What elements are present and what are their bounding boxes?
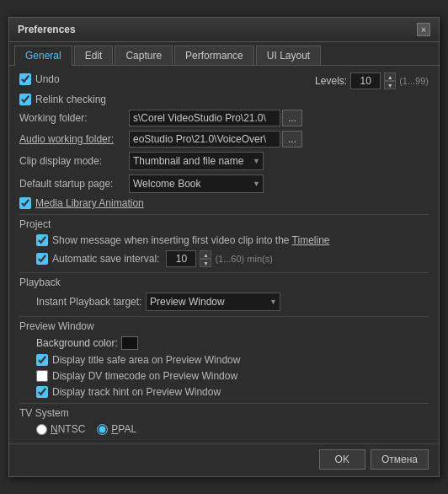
pal-radio-item: PPAL xyxy=(97,423,136,435)
levels-group: Levels: ▲ ▼ (1...99) xyxy=(315,72,429,89)
content-area: Undo Levels: ▲ ▼ (1...99) Relink checkin… xyxy=(9,66,439,443)
undo-row: Undo Levels: ▲ ▼ (1...99) xyxy=(19,72,429,89)
bg-color-label: Background color: xyxy=(36,337,118,349)
media-library-row: Media Library Animation xyxy=(19,197,429,209)
audio-folder-label-text: Audio working folder: xyxy=(19,133,114,145)
show-msg-checkbox[interactable] xyxy=(36,234,48,246)
preferences-dialog: Preferences × General Edit Capture Perfo… xyxy=(8,17,440,477)
audio-folder-row: Audio working folder: ... xyxy=(19,131,429,148)
playback-section-title: Playback xyxy=(19,277,429,288)
working-folder-row: Working folder: ... xyxy=(19,110,429,126)
autosave-input[interactable] xyxy=(166,250,196,267)
display-dv-checkbox[interactable] xyxy=(36,370,48,382)
pal-radio[interactable] xyxy=(97,424,108,435)
playback-divider xyxy=(19,272,429,273)
working-folder-label: Working folder: xyxy=(19,112,129,124)
cancel-button[interactable]: Отмена xyxy=(371,449,429,470)
audio-folder-browse-btn[interactable]: ... xyxy=(282,131,302,148)
display-track-label: Display track hint on Preview Window xyxy=(52,386,221,398)
dialog-title: Preferences xyxy=(18,24,76,35)
autosave-range: (1...60) min(s) xyxy=(215,254,272,264)
clip-display-row: Clip display mode: Thumbnail only Thumbn… xyxy=(19,152,429,170)
display-dv-label: Display DV timecode on Preview Window xyxy=(52,370,237,382)
relink-label: Relink checking xyxy=(35,94,106,105)
display-title-row: Display title safe area on Preview Windo… xyxy=(36,354,429,366)
autosave-spinner-group: ▲ ▼ (1...60) min(s) xyxy=(166,250,272,267)
instant-playback-label: Instant Playback target: xyxy=(36,296,146,308)
project-section-title: Project xyxy=(19,218,429,230)
clip-display-select[interactable]: Thumbnail only Thumbnail and file name F… xyxy=(129,152,264,170)
tab-general[interactable]: General xyxy=(14,46,72,66)
startup-page-row: Default startup page: Welcome Book Edit … xyxy=(19,175,429,193)
ok-button[interactable]: OK xyxy=(319,449,365,470)
tab-edit[interactable]: Edit xyxy=(74,46,114,65)
media-library-checkbox[interactable] xyxy=(19,197,31,209)
levels-input[interactable] xyxy=(350,72,381,89)
tabs-bar: General Edit Capture Performance UI Layo… xyxy=(9,42,439,66)
startup-select[interactable]: Welcome Book Edit Capture xyxy=(129,175,264,193)
tab-ui-layout[interactable]: UI Layout xyxy=(256,46,321,65)
ntsc-label: NNTSC xyxy=(51,423,85,435)
close-button[interactable]: × xyxy=(417,23,430,36)
audio-folder-input[interactable] xyxy=(129,131,280,148)
ntsc-radio[interactable] xyxy=(36,424,47,435)
instant-playback-row: Instant Playback target: Preview Window … xyxy=(36,293,429,311)
levels-down-btn[interactable]: ▼ xyxy=(384,81,396,89)
display-track-row: Display track hint on Preview Window xyxy=(36,386,429,398)
preview-section-title: Preview Window xyxy=(19,320,429,332)
undo-checkbox-row: Undo xyxy=(19,73,315,85)
bg-color-row: Background color: xyxy=(36,336,429,350)
autosave-checkbox-row: Automatic save interval: xyxy=(36,253,159,265)
preview-divider xyxy=(19,316,429,317)
relink-checkbox[interactable] xyxy=(19,94,31,105)
title-bar: Preferences × xyxy=(9,18,439,42)
tv-divider xyxy=(19,403,429,404)
audio-folder-label: Audio working folder: xyxy=(19,133,129,145)
show-msg-row: Show message when inserting first video … xyxy=(36,234,429,246)
levels-label: Levels: xyxy=(315,75,347,87)
levels-up-btn[interactable]: ▲ xyxy=(384,72,396,81)
undo-label: Undo xyxy=(35,73,60,85)
show-msg-label: Show message when inserting first video … xyxy=(52,234,330,246)
display-dv-row: Display DV timecode on Preview Window xyxy=(36,370,429,382)
tab-performance[interactable]: Performance xyxy=(174,46,254,65)
autosave-checkbox[interactable] xyxy=(36,253,48,265)
display-title-label: Display title safe area on Preview Windo… xyxy=(52,354,240,366)
bg-color-swatch[interactable] xyxy=(121,336,138,350)
display-track-checkbox[interactable] xyxy=(36,386,48,398)
autosave-up-btn[interactable]: ▲ xyxy=(200,250,211,259)
levels-range: (1...99) xyxy=(399,76,429,86)
tab-capture[interactable]: Capture xyxy=(115,46,173,65)
undo-checkbox[interactable] xyxy=(19,73,31,85)
footer: OK Отмена xyxy=(9,443,439,476)
clip-display-label: Clip display mode: xyxy=(19,155,129,167)
startup-select-wrapper: Welcome Book Edit Capture xyxy=(129,175,264,193)
autosave-down-btn[interactable]: ▼ xyxy=(200,259,211,267)
startup-page-label: Default startup page: xyxy=(19,178,129,190)
pal-label: PPAL xyxy=(111,423,136,435)
display-title-checkbox[interactable] xyxy=(36,354,48,366)
project-divider xyxy=(19,214,429,215)
tv-section-title: TV System xyxy=(19,407,429,419)
autosave-spinner: ▲ ▼ xyxy=(200,250,211,267)
working-folder-input[interactable] xyxy=(129,110,280,126)
ntsc-radio-item: NNTSC xyxy=(36,423,85,435)
autosave-label: Automatic save interval: xyxy=(52,253,159,265)
project-content: Show message when inserting first video … xyxy=(19,234,429,267)
levels-spinner: ▲ ▼ xyxy=(384,72,396,89)
relink-row: Relink checking xyxy=(19,94,429,105)
instant-playback-select[interactable]: Preview Window External Monitor xyxy=(146,293,280,311)
preview-content: Background color: Display title safe are… xyxy=(19,336,429,398)
tv-system-content: NNTSC PPAL xyxy=(19,423,429,435)
working-folder-browse-btn[interactable]: ... xyxy=(282,110,302,126)
instant-playback-select-wrapper: Preview Window External Monitor xyxy=(146,293,280,311)
clip-display-select-wrapper: Thumbnail only Thumbnail and file name F… xyxy=(129,152,264,170)
autosave-row: Automatic save interval: ▲ ▼ (1...60) mi… xyxy=(36,250,429,267)
playback-content: Instant Playback target: Preview Window … xyxy=(19,293,429,311)
media-library-label: Media Library Animation xyxy=(35,197,144,209)
